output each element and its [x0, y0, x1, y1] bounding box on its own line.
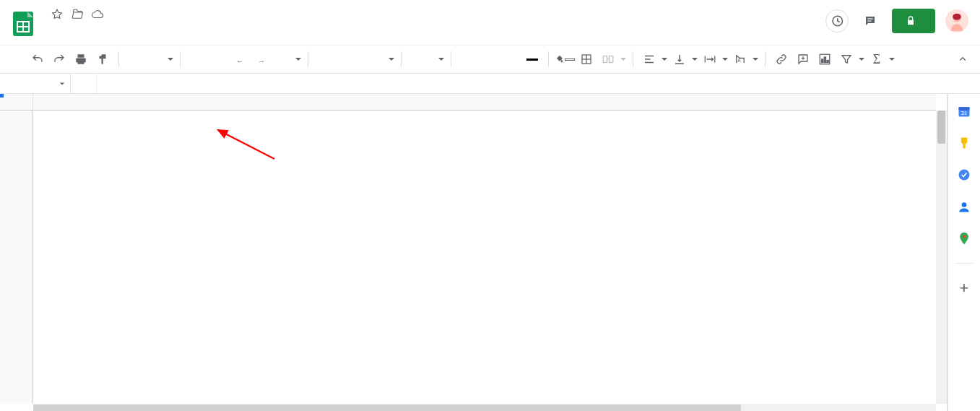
spreadsheet-grid[interactable]: [0, 94, 948, 411]
formula-input[interactable]: [97, 74, 980, 93]
svg-rect-19: [824, 57, 825, 63]
svg-rect-11: [610, 56, 613, 63]
svg-rect-26: [963, 147, 965, 149]
account-avatar[interactable]: [945, 9, 968, 33]
menu-view[interactable]: [72, 34, 84, 37]
wrap-button[interactable]: [700, 49, 720, 69]
svg-rect-18: [822, 59, 823, 63]
wrap-arrow[interactable]: [721, 49, 729, 69]
fill-color-button[interactable]: [555, 49, 575, 69]
link-button[interactable]: [771, 49, 792, 69]
toolbar: ← → A Σ: [0, 45, 980, 74]
version-history-button[interactable]: [825, 9, 849, 33]
svg-text:31: 31: [961, 110, 967, 116]
menu-edit[interactable]: [58, 34, 69, 37]
move-icon[interactable]: [71, 8, 84, 21]
lock-icon: [905, 15, 916, 27]
svg-rect-20: [827, 61, 828, 63]
svg-point-28: [962, 202, 967, 207]
rotate-arrow[interactable]: [752, 49, 759, 69]
vertical-scrollbar[interactable]: [936, 111, 947, 404]
zoom-dropdown-arrow[interactable]: [167, 49, 174, 69]
valign-arrow[interactable]: [691, 49, 698, 69]
font-size-dropdown[interactable]: [407, 49, 436, 69]
horizontal-scrollbar[interactable]: [33, 404, 936, 411]
functions-arrow[interactable]: [888, 49, 896, 69]
star-icon[interactable]: [51, 8, 64, 21]
redo-button[interactable]: [49, 49, 69, 69]
increase-decimal-button[interactable]: →: [251, 49, 272, 69]
fx-icon: [71, 74, 97, 93]
sheets-logo-icon[interactable]: [9, 9, 38, 38]
filter-arrow[interactable]: [858, 49, 865, 69]
decrease-decimal-button[interactable]: ←: [230, 49, 250, 69]
halign-button[interactable]: [639, 49, 659, 69]
header: [0, 0, 980, 45]
menu-insert[interactable]: [87, 34, 98, 37]
svg-rect-10: [603, 56, 607, 63]
borders-button[interactable]: [576, 49, 597, 69]
select-all-corner[interactable]: [0, 94, 33, 111]
menu-extensions[interactable]: [144, 34, 156, 37]
font-size-arrow[interactable]: [438, 49, 445, 69]
cells: [33, 111, 936, 404]
menu-help[interactable]: [159, 34, 170, 37]
halign-arrow[interactable]: [661, 49, 668, 69]
share-button[interactable]: [892, 9, 935, 33]
print-button[interactable]: [71, 49, 91, 69]
currency-button[interactable]: [186, 49, 207, 69]
column-headers: [33, 94, 936, 111]
comments-button[interactable]: [859, 9, 882, 33]
collapse-toolbar-button[interactable]: [953, 49, 973, 69]
strike-button[interactable]: [500, 49, 521, 69]
maps-icon[interactable]: [957, 231, 971, 246]
bold-button[interactable]: [457, 49, 477, 69]
contacts-icon[interactable]: [957, 199, 971, 214]
name-box[interactable]: [0, 74, 71, 93]
addons-plus-button[interactable]: +: [957, 281, 971, 295]
valign-button[interactable]: [669, 49, 690, 69]
menubar: [43, 26, 825, 45]
filter-button[interactable]: [836, 49, 857, 69]
undo-button[interactable]: [27, 49, 48, 69]
font-dropdown-arrow[interactable]: [388, 49, 395, 69]
chart-button[interactable]: [815, 49, 835, 69]
italic-button[interactable]: [479, 49, 499, 69]
zoom-dropdown[interactable]: [125, 49, 165, 69]
row-headers: [0, 111, 33, 404]
comment-button[interactable]: [793, 49, 813, 69]
menu-file[interactable]: [43, 34, 55, 37]
menu-tools[interactable]: [130, 34, 142, 37]
tasks-icon[interactable]: [957, 168, 971, 182]
text-color-button[interactable]: [522, 49, 542, 69]
side-panel: 31 +: [948, 94, 980, 411]
percent-button[interactable]: [208, 49, 228, 69]
functions-button[interactable]: Σ: [867, 49, 887, 69]
menu-data[interactable]: [116, 34, 127, 37]
svg-point-27: [959, 170, 970, 181]
merge-button[interactable]: [598, 49, 618, 69]
keep-icon[interactable]: [957, 136, 971, 150]
rotate-button[interactable]: A: [730, 49, 750, 69]
more-formats-arrow[interactable]: [295, 49, 302, 69]
formula-bar: [0, 74, 980, 94]
menu-format[interactable]: [101, 34, 113, 37]
paint-format-button[interactable]: [92, 49, 113, 69]
more-formats-button[interactable]: [273, 49, 293, 69]
merge-arrow[interactable]: [620, 49, 627, 69]
calendar-icon[interactable]: 31: [957, 104, 971, 118]
cloud-status-icon[interactable]: [91, 8, 104, 21]
svg-text:A: A: [737, 58, 741, 63]
font-dropdown[interactable]: [314, 49, 386, 69]
svg-point-29: [963, 235, 966, 238]
